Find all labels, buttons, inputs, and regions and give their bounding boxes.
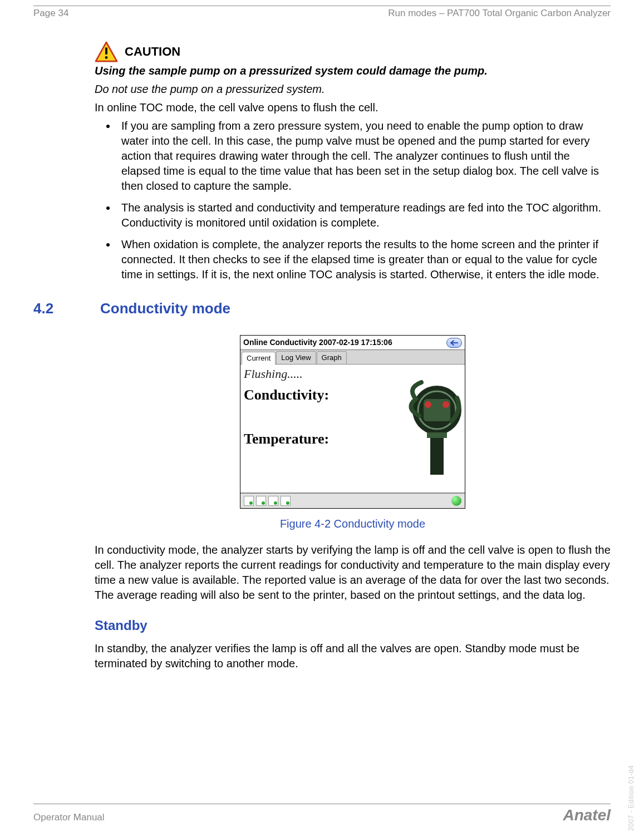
bottle-icon[interactable] bbox=[268, 496, 278, 506]
tab-log-view[interactable]: Log View bbox=[276, 351, 316, 364]
standby-heading: Standby bbox=[95, 617, 611, 634]
footer-left: Operator Manual bbox=[33, 812, 105, 823]
caution-title: Using the sample pump on a pressurized s… bbox=[95, 63, 611, 78]
header-rule bbox=[33, 6, 611, 6]
page-footer: Operator Manual Anatel bbox=[33, 804, 611, 824]
standby-paragraph: In standby, the analyzer verifies the la… bbox=[95, 641, 611, 671]
svg-point-7 bbox=[443, 401, 449, 408]
screenshot-tabs: Current Log View Graph bbox=[240, 350, 465, 365]
bullet-item: When oxidation is complete, the analyzer… bbox=[117, 237, 611, 282]
device-screenshot: Online Conductivity 2007-02-19 17:15:06 … bbox=[240, 335, 465, 508]
figure: Online Conductivity 2007-02-19 17:15:06 … bbox=[95, 335, 611, 531]
svg-point-6 bbox=[425, 401, 431, 408]
bottle-icon[interactable] bbox=[244, 496, 254, 506]
bullet-item: The analysis is started and conductivity… bbox=[117, 200, 611, 230]
bullet-item: If you are sampling from a zero pressure… bbox=[117, 119, 611, 194]
page: Page 34 Run modes – PAT700 Total Organic… bbox=[0, 0, 644, 832]
screenshot-body: Flushing..... Conductivity: Temperature: bbox=[240, 365, 465, 493]
status-indicator-icon bbox=[451, 496, 461, 506]
svg-rect-1 bbox=[105, 47, 107, 54]
screenshot-title: Online Conductivity 2007-02-19 17:15:06 bbox=[243, 337, 392, 348]
caution-subtitle: Do not use the pump on a pressurized sys… bbox=[95, 82, 611, 97]
section-title: Conductivity mode bbox=[100, 299, 230, 318]
page-header: Page 34 Run modes – PAT700 Total Organic… bbox=[33, 8, 611, 19]
svg-point-2 bbox=[105, 56, 108, 59]
svg-rect-9 bbox=[427, 432, 447, 438]
back-button-icon[interactable] bbox=[446, 338, 462, 348]
bottle-icon[interactable] bbox=[256, 496, 266, 506]
caution-bullets: If you are sampling from a zero pressure… bbox=[95, 119, 611, 282]
caution-label: CAUTION bbox=[125, 43, 180, 60]
page-number: Page 34 bbox=[33, 8, 68, 19]
screenshot-titlebar: Online Conductivity 2007-02-19 17:15:06 bbox=[240, 336, 465, 350]
footer-rule bbox=[33, 804, 611, 804]
tab-current[interactable]: Current bbox=[242, 352, 276, 365]
section-number: 4.2 bbox=[33, 299, 67, 318]
bottle-icon[interactable] bbox=[281, 496, 291, 506]
section-heading: 4.2 Conductivity mode bbox=[33, 299, 611, 318]
edition-sidetext: WGM - 26 July 2007 - Edition 01-d4 bbox=[627, 765, 635, 832]
content: CAUTION Using the sample pump on a press… bbox=[95, 41, 611, 671]
caution-heading: CAUTION bbox=[95, 41, 611, 62]
svg-rect-8 bbox=[430, 432, 444, 475]
bottle-icons bbox=[244, 496, 291, 506]
caution-lead: In online TOC mode, the cell valve opens… bbox=[95, 100, 611, 115]
screenshot-footer bbox=[240, 493, 465, 508]
warning-triangle-icon bbox=[95, 41, 118, 62]
tab-graph[interactable]: Graph bbox=[317, 351, 347, 364]
analyzer-graphic-icon bbox=[396, 377, 463, 477]
brand-name: Anatel bbox=[563, 806, 611, 824]
doc-title: Run modes – PAT700 Total Organic Carbon … bbox=[388, 8, 611, 19]
figure-caption: Figure 4-2 Conductivity mode bbox=[280, 516, 425, 531]
conductivity-paragraph: In conductivity mode, the analyzer start… bbox=[95, 543, 611, 603]
